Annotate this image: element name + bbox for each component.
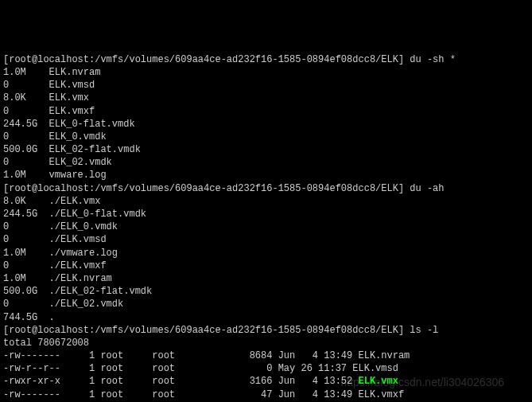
terminal-output: [root@localhost:/vmfs/volumes/609aa4ce-a… [3, 53, 529, 402]
watermark-text: https://blog.csdn.net/li304026306 [341, 375, 505, 390]
